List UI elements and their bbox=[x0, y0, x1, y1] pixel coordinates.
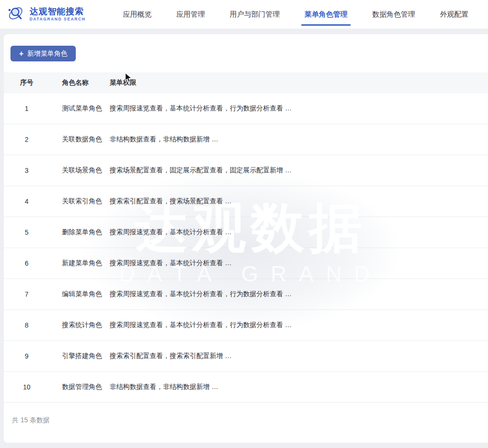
role-permissions: 搜索周报速览查看，基本统计分析查看，行为数据分析查看 … bbox=[110, 104, 488, 113]
top-navigation-bar: 达观智能搜索 DATAGRAND SEARCH 应用概览 应用管理 用户与部门管… bbox=[0, 0, 488, 29]
menu-role-table: 序号 角色名称 菜单权限 1 测试菜单角色 搜索周报速览查看，基本统计分析查看，… bbox=[4, 72, 488, 425]
role-name: 引擎搭建角色 bbox=[50, 352, 110, 360]
row-index: 2 bbox=[4, 136, 50, 143]
table-row[interactable]: 8 搜索统计角色 搜索周报速览查看，基本统计分析查看，行为数据分析查看 … bbox=[4, 310, 488, 341]
brand-logo[interactable]: 达观智能搜索 DATAGRAND SEARCH bbox=[7, 4, 116, 25]
role-permissions: 搜索周报速览查看，基本统计分析查看，行为数据分析查看 … bbox=[110, 290, 488, 299]
table-row[interactable]: 2 关联数据角色 非结构数据查看，非结构数据新增 … bbox=[4, 124, 488, 155]
role-name: 测试菜单角色 bbox=[50, 104, 110, 113]
role-permissions: 搜索索引配置查看，搜索场景配置查看 … bbox=[110, 197, 488, 206]
nav-tab-app-overview[interactable]: 应用概览 bbox=[123, 0, 152, 29]
table-row[interactable]: 6 新建菜单角色 搜索周报速览查看，基本统计分析查看 … bbox=[4, 248, 488, 279]
plus-icon: + bbox=[19, 50, 23, 58]
role-permissions: 搜索场景配置查看，固定展示配置查看，固定展示配置新增 … bbox=[110, 166, 488, 175]
datagrand-logo-icon bbox=[7, 4, 26, 25]
role-name: 关联场景角色 bbox=[50, 166, 110, 175]
row-index: 6 bbox=[4, 259, 50, 267]
row-index: 5 bbox=[4, 229, 50, 236]
column-header-index: 序号 bbox=[4, 79, 50, 87]
brand-subtitle: DATAGRAND SEARCH bbox=[30, 17, 85, 21]
role-permissions: 搜索周报速览查看，基本统计分析查看 … bbox=[110, 259, 488, 268]
content-card: + 新增菜单角色 达观数据 DATA GRAND 序号 角色名称 菜单权限 1 … bbox=[4, 34, 488, 443]
row-index: 9 bbox=[4, 352, 50, 360]
nav-tab-appearance[interactable]: 外观配置 bbox=[440, 0, 468, 29]
row-index: 3 bbox=[4, 167, 50, 174]
role-name: 编辑菜单角色 bbox=[50, 290, 110, 299]
table-row[interactable]: 9 引擎搭建角色 搜索索引配置查看，搜索索引配置新增 … bbox=[4, 341, 488, 372]
row-index: 4 bbox=[4, 198, 50, 205]
nav-tab-app-management[interactable]: 应用管理 bbox=[176, 0, 205, 29]
role-permissions: 搜索索引配置查看，搜索索引配置新增 … bbox=[110, 352, 488, 360]
row-index: 7 bbox=[4, 290, 50, 298]
table-row[interactable]: 7 编辑菜单角色 搜索周报速览查看，基本统计分析查看，行为数据分析查看 … bbox=[4, 279, 488, 310]
table-row[interactable]: 10 数据管理角色 非结构数据查看，非结构数据新增 … bbox=[4, 372, 488, 403]
table-row[interactable]: 3 关联场景角色 搜索场景配置查看，固定展示配置查看，固定展示配置新增 … bbox=[4, 155, 488, 186]
role-permissions: 搜索周报速览查看，基本统计分析查看 … bbox=[110, 228, 488, 237]
nav-tab-menu-role[interactable]: 菜单角色管理 bbox=[305, 0, 347, 29]
table-row[interactable]: 5 删除菜单角色 搜索周报速览查看，基本统计分析查看 … bbox=[4, 217, 488, 248]
nav-tab-user-department[interactable]: 用户与部门管理 bbox=[230, 0, 280, 29]
nav-tab-data-role[interactable]: 数据角色管理 bbox=[372, 0, 415, 29]
role-permissions: 非结构数据查看，非结构数据新增 … bbox=[110, 135, 488, 144]
brand-name: 达观智能搜索 bbox=[30, 7, 85, 16]
column-header-name: 角色名称 bbox=[50, 79, 110, 87]
table-row[interactable]: 1 测试菜单角色 搜索周报速览查看，基本统计分析查看，行为数据分析查看 … bbox=[4, 93, 488, 124]
role-name: 搜索统计角色 bbox=[50, 321, 110, 329]
main-nav: 应用概览 应用管理 用户与部门管理 菜单角色管理 数据角色管理 外观配置 bbox=[123, 0, 468, 29]
role-permissions: 搜索周报速览查看，基本统计分析查看，行为数据分析查看 … bbox=[110, 321, 488, 329]
table-header-row: 序号 角色名称 菜单权限 bbox=[4, 72, 488, 93]
row-index: 1 bbox=[4, 105, 50, 112]
role-name: 关联索引角色 bbox=[50, 197, 110, 206]
add-menu-role-button[interactable]: + 新增菜单角色 bbox=[10, 46, 76, 61]
active-tab-underline bbox=[301, 24, 351, 26]
role-name: 关联数据角色 bbox=[50, 135, 110, 144]
row-index: 8 bbox=[4, 321, 50, 329]
row-index: 10 bbox=[4, 383, 50, 391]
role-permissions: 非结构数据查看，非结构数据新增 … bbox=[110, 383, 488, 391]
role-name: 新建菜单角色 bbox=[50, 259, 110, 268]
table-row[interactable]: 4 关联索引角色 搜索索引配置查看，搜索场景配置查看 … bbox=[4, 186, 488, 217]
column-header-permissions: 菜单权限 bbox=[110, 79, 488, 87]
role-name: 删除菜单角色 bbox=[50, 228, 110, 237]
total-count-text: 共 15 条数据 bbox=[4, 403, 488, 425]
role-name: 数据管理角色 bbox=[50, 383, 110, 391]
